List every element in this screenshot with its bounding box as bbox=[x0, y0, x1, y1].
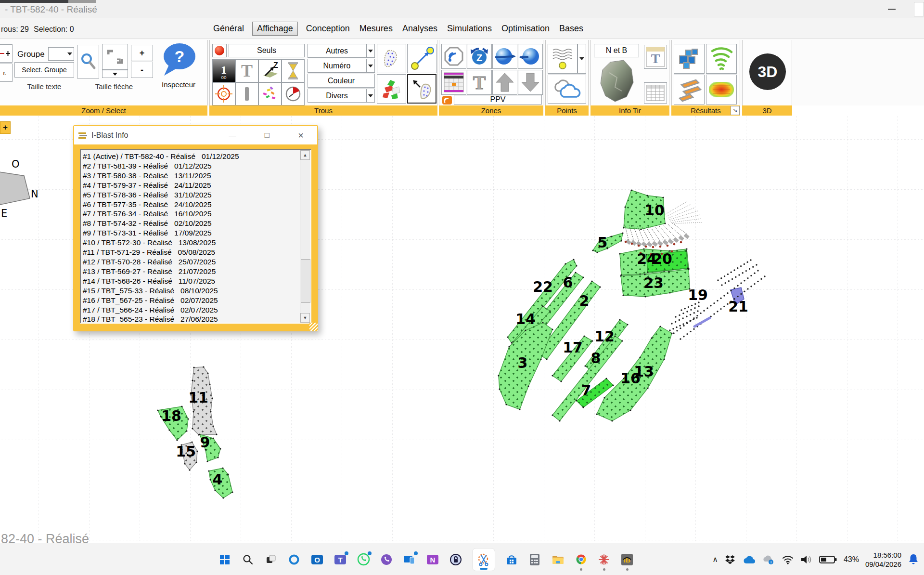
onedrive-icon[interactable] bbox=[742, 554, 756, 565]
start-button[interactable] bbox=[218, 553, 231, 566]
volume-icon[interactable] bbox=[800, 554, 813, 565]
ppv-rss-icon-button[interactable] bbox=[441, 96, 453, 105]
list-item[interactable]: #15 / TBT_575-33 - Réalisé 08/10/2025 bbox=[83, 286, 300, 296]
dropbox-icon[interactable] bbox=[724, 554, 736, 565]
edge-cut-button-2[interactable]: r. bbox=[0, 64, 13, 82]
n-et-b-button[interactable]: N et B bbox=[594, 44, 639, 57]
select-groupe-button[interactable]: Select. Groupe bbox=[14, 62, 74, 78]
task-view-button[interactable] bbox=[264, 553, 278, 566]
wifi-icon[interactable] bbox=[782, 554, 794, 565]
snipping-tool-active-app[interactable] bbox=[472, 548, 495, 571]
zoom-out-button[interactable]: - bbox=[131, 62, 153, 78]
zone-table-button[interactable] bbox=[441, 70, 466, 95]
autres-arrow[interactable] bbox=[366, 44, 375, 58]
list-item[interactable]: #7 / TBT-576-34 - Réalisé 16/10/2025 bbox=[83, 209, 300, 219]
list-item[interactable]: #14 / TBT-568-26 - Réalisé 11/07/2025 bbox=[83, 276, 300, 286]
tab-optimisation[interactable]: Optimisation bbox=[500, 22, 551, 35]
title-block-button[interactable]: T bbox=[644, 45, 667, 69]
scrollbar[interactable]: ▲ ▼ bbox=[300, 150, 310, 323]
list-item[interactable]: #11 / TBT-571-29 - Réalisé 05/08/2025 bbox=[83, 248, 300, 257]
info-maximize-icon[interactable]: □ bbox=[262, 130, 272, 141]
numero-dropdown[interactable]: Numéro bbox=[308, 59, 366, 73]
info-minimize-icon[interactable]: — bbox=[227, 130, 238, 141]
divers-dropdown[interactable]: Divers bbox=[308, 89, 366, 103]
info-close-icon[interactable]: × bbox=[295, 130, 306, 141]
tab-analyses[interactable]: Analyses bbox=[401, 22, 439, 35]
zone-dotted-button[interactable] bbox=[377, 44, 406, 73]
result-heatmap-button[interactable] bbox=[706, 75, 737, 105]
file-explorer-app[interactable] bbox=[551, 553, 565, 566]
iblast-app[interactable]: IB bbox=[620, 553, 634, 566]
numero-arrow[interactable] bbox=[366, 59, 375, 73]
tab-mesures[interactable]: Mesures bbox=[358, 22, 394, 35]
iblast-info-window[interactable]: I-Blast Info — □ × #1 (Active) / TBT-582… bbox=[73, 125, 318, 331]
list-item[interactable]: #1 (Active) / TBT-582-40 - Réalisé 01/12… bbox=[83, 152, 300, 161]
list-item[interactable]: #4 / TBT-579-37 - Réalisé 24/11/2025 bbox=[83, 181, 300, 190]
hole-column-button[interactable] bbox=[235, 82, 258, 105]
autres-dropdown[interactable]: Autres bbox=[308, 44, 366, 58]
tab-conception[interactable]: Conception bbox=[305, 22, 351, 35]
fit-extent-button[interactable] bbox=[102, 44, 128, 70]
whatsapp-app[interactable] bbox=[357, 553, 370, 566]
chrome-app[interactable] bbox=[574, 553, 588, 566]
zone-up-button[interactable] bbox=[492, 70, 517, 95]
list-item[interactable]: #16 / TBT_567-25 - Réalisé 02/07/2025 bbox=[83, 296, 300, 305]
minimize-icon[interactable] bbox=[888, 9, 896, 10]
calculator-app[interactable] bbox=[528, 553, 541, 566]
list-item[interactable]: #2 / TBT-581-39 - Réalisé 01/12/2025 bbox=[83, 161, 300, 171]
hole-text-button[interactable]: T bbox=[235, 59, 258, 82]
zoom-button[interactable] bbox=[77, 45, 99, 78]
zone-sphere-right-button[interactable] bbox=[518, 44, 543, 69]
list-item[interactable]: #5 / TBT-578-36 - Réalisé 31/10/2025 bbox=[83, 190, 300, 200]
hole-charges-button[interactable] bbox=[258, 82, 282, 105]
points-dropdown[interactable] bbox=[578, 44, 586, 74]
notification-bell-icon[interactable] bbox=[908, 553, 919, 566]
microsoft-store-app[interactable] bbox=[505, 553, 518, 566]
groupe-combobox[interactable] bbox=[48, 47, 74, 61]
list-item[interactable]: #13 / TBT-569-27 - Réalisé 21/07/2025 bbox=[83, 267, 300, 276]
taskbar-search-button[interactable] bbox=[241, 553, 255, 566]
zone-rotate-z-button[interactable]: Z bbox=[467, 44, 492, 69]
zoom-in-button[interactable]: + bbox=[131, 45, 153, 61]
tab-simulations[interactable]: Simulations bbox=[446, 22, 493, 35]
viber-app[interactable] bbox=[380, 553, 393, 566]
scroll-thumb[interactable] bbox=[301, 259, 310, 303]
blast-list[interactable]: #1 (Active) / TBT-582-40 - Réalisé 01/12… bbox=[80, 149, 311, 324]
tab-général[interactable]: Général bbox=[212, 22, 245, 35]
hole-number-button[interactable]: 1oo bbox=[212, 59, 235, 82]
list-item[interactable]: #18 / TBT_565-23 - Réalisé 27/06/2025 bbox=[83, 314, 300, 323]
battery-icon[interactable] bbox=[819, 554, 837, 565]
info-window-titlebar[interactable]: I-Blast Info — □ × bbox=[74, 126, 317, 144]
couleur-button[interactable]: Couleur bbox=[308, 74, 375, 88]
hole-target-button[interactable] bbox=[212, 82, 235, 105]
resize-grip[interactable] bbox=[309, 323, 318, 331]
outlook-app[interactable]: O bbox=[310, 553, 324, 566]
map-plus-button[interactable]: + bbox=[0, 121, 11, 134]
divers-arrow[interactable] bbox=[366, 89, 375, 103]
hole-z-button[interactable]: Z bbox=[258, 59, 282, 82]
hole-delay-button[interactable] bbox=[282, 82, 305, 105]
colored-map-button[interactable] bbox=[377, 74, 406, 104]
result-blocks-button[interactable] bbox=[674, 44, 705, 74]
resultats-launcher-icon[interactable]: ↘ bbox=[731, 106, 740, 115]
list-item[interactable]: #12 / TBT-570-28 - Réalisé 25/07/2025 bbox=[83, 257, 300, 267]
list-item[interactable]: #3 / TBT-580-38 - Réalisé 13/11/2025 bbox=[83, 171, 300, 181]
tab-bases[interactable]: Bases bbox=[558, 22, 585, 35]
starburst-app[interactable] bbox=[597, 553, 611, 566]
list-item[interactable]: #10 / TBT-572-30 - Réalisé 13/08/2025 bbox=[83, 238, 300, 248]
ppv-header-button[interactable]: PPV bbox=[454, 95, 542, 105]
scroll-up-icon[interactable]: ▲ bbox=[300, 150, 310, 160]
scroll-down-icon[interactable]: ▼ bbox=[300, 313, 310, 323]
view-3d-button[interactable]: 3D bbox=[749, 53, 786, 90]
zone-text-button[interactable]: T bbox=[467, 70, 492, 95]
rock-photo-button[interactable] bbox=[596, 59, 637, 104]
zone-signal-button[interactable] bbox=[441, 44, 466, 69]
inspecteur-button[interactable]: ? Inspecteur bbox=[153, 42, 204, 104]
seuls-header-button[interactable]: Seuls bbox=[229, 44, 305, 57]
red-dot-button[interactable] bbox=[212, 44, 227, 57]
edge-cut-button-1[interactable] bbox=[0, 44, 13, 63]
clock[interactable]: 18:56:00 09/04/2026 bbox=[865, 550, 901, 569]
keepass-app[interactable] bbox=[449, 553, 462, 566]
teams-app[interactable]: T bbox=[334, 553, 347, 566]
list-item[interactable]: #6 / TBT-577-35 - Réalisé 24/10/2025 bbox=[83, 200, 300, 209]
